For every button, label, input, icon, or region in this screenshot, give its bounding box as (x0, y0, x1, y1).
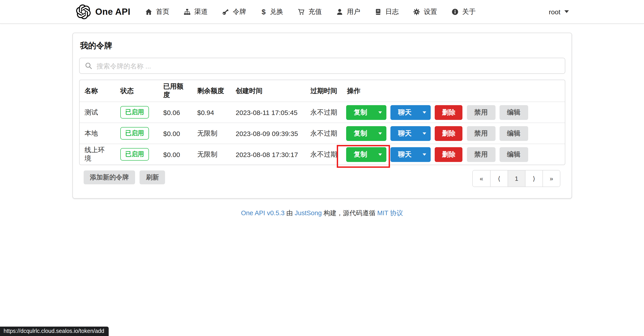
home-icon (146, 8, 152, 15)
nav-item-about[interactable]: 关于 (452, 8, 476, 16)
nav-item-redeem[interactable]: $ 兑换 (261, 8, 283, 16)
edit-button[interactable]: 编辑 (499, 126, 528, 141)
expiry-time: 永不过期 (306, 123, 342, 144)
pagination-first[interactable]: « (473, 170, 490, 187)
license-link[interactable]: MIT 协议 (377, 209, 403, 217)
search-box (79, 58, 565, 74)
nav-item-home[interactable]: 首页 (146, 8, 169, 16)
gear-icon (414, 8, 420, 15)
col-remaining-quota: 剩余额度 (192, 80, 231, 102)
nav-item-channels[interactable]: 渠道 (184, 8, 208, 16)
nav-label: 渠道 (194, 8, 208, 16)
pagination-page-1[interactable]: 1 (508, 170, 525, 187)
info-icon (452, 8, 459, 15)
delete-button[interactable]: 删除 (435, 126, 463, 141)
created-time: 2023-08-11 17:05:45 (231, 102, 306, 123)
nav-label: 关于 (462, 8, 476, 16)
used-quota: $0.00 (158, 144, 192, 165)
col-expiry-time: 过期时间 (306, 80, 342, 102)
sitemap-icon (184, 8, 191, 15)
chat-button[interactable]: 聊天 (390, 147, 431, 162)
chevron-down-icon (422, 111, 426, 113)
edit-button[interactable]: 编辑 (499, 105, 528, 120)
tokens-card: 我的令牌 名称 状态 已用额度 剩余额度 创建时间 过期时间 操作 (72, 33, 572, 199)
remaining-quota: 无限制 (192, 144, 231, 165)
cart-icon (298, 8, 305, 15)
expiry-time: 永不过期 (306, 102, 342, 123)
created-time: 2023-08-08 17:30:17 (231, 144, 306, 165)
chevron-down-icon (422, 132, 426, 134)
user-menu-label: root (549, 8, 560, 16)
delete-button[interactable]: 删除 (435, 105, 463, 120)
search-icon (85, 62, 92, 69)
col-used-quota: 已用额度 (158, 80, 192, 102)
book-icon (375, 8, 382, 15)
chevron-down-icon (378, 153, 382, 155)
col-status: 状态 (116, 80, 158, 102)
used-quota: $0.00 (158, 123, 192, 144)
used-quota: $0.06 (158, 102, 192, 123)
add-token-button[interactable]: 添加新的令牌 (84, 170, 135, 184)
status-badge: 已启用 (120, 127, 149, 140)
pagination: « ⟨ 1 ⟩ » (472, 170, 560, 187)
search-input[interactable] (79, 58, 565, 74)
nav-label: 日志 (385, 8, 399, 16)
remaining-quota: 无限制 (192, 123, 231, 144)
pagination-prev[interactable]: ⟨ (490, 170, 508, 187)
nav-label: 兑换 (270, 8, 283, 16)
nav-label: 首页 (156, 8, 169, 16)
edit-button[interactable]: 编辑 (499, 147, 528, 162)
col-actions: 操作 (342, 80, 565, 102)
nav-label: 充值 (308, 8, 322, 16)
nav-item-topup[interactable]: 充值 (298, 8, 322, 16)
pagination-next[interactable]: ⟩ (525, 170, 542, 187)
user-icon (336, 8, 343, 15)
nav-label: 用户 (347, 8, 360, 16)
status-url-tooltip: https://dcqulrlc.cloud.sealos.io/token/a… (0, 326, 109, 336)
disable-button[interactable]: 禁用 (467, 147, 495, 162)
created-time: 2023-08-09 09:39:35 (231, 123, 306, 144)
card-footer: 添加新的令牌 刷新 « ⟨ 1 ⟩ » (79, 165, 565, 198)
footer-text: 构建，源代码遵循 (322, 209, 377, 217)
page: One API 首页 渠道 令牌 $ 兑换 (0, 0, 644, 336)
disable-button[interactable]: 禁用 (467, 105, 495, 120)
copy-button[interactable]: 复制 (346, 105, 386, 120)
openai-logo-icon (76, 4, 91, 19)
chevron-down-icon (378, 132, 382, 134)
token-name: 测试 (80, 102, 116, 123)
dollar-icon: $ (261, 8, 266, 15)
table-row: 线上环境 已启用 $0.00 无限制 2023-08-08 17:30:17 永… (80, 144, 565, 165)
refresh-button[interactable]: 刷新 (140, 170, 165, 184)
footer-text: 由 (285, 209, 295, 217)
chevron-down-icon (378, 111, 382, 113)
site-footer: One API v0.5.3 由 JustSong 构建，源代码遵循 MIT 协… (0, 209, 644, 217)
chevron-down-icon (564, 10, 569, 13)
token-name: 线上环境 (80, 144, 116, 165)
author-link[interactable]: JustSong (295, 209, 322, 217)
user-menu-root[interactable]: root (549, 8, 569, 16)
copy-button[interactable]: 复制 (346, 147, 386, 162)
nav-item-users[interactable]: 用户 (336, 8, 360, 16)
brand[interactable]: One API (76, 4, 130, 19)
key-icon (222, 8, 229, 15)
pagination-last[interactable]: » (542, 170, 560, 187)
disable-button[interactable]: 禁用 (467, 126, 495, 141)
chat-button[interactable]: 聊天 (390, 126, 431, 141)
nav-label: 设置 (424, 8, 437, 16)
version-link[interactable]: One API v0.5.3 (241, 209, 285, 217)
delete-button[interactable]: 删除 (435, 147, 463, 162)
status-badge: 已启用 (120, 148, 149, 161)
token-name: 本地 (80, 123, 116, 144)
tokens-table: 名称 状态 已用额度 剩余额度 创建时间 过期时间 操作 测试 已启用 $0.0… (79, 80, 565, 165)
copy-button[interactable]: 复制 (346, 126, 386, 141)
status-badge: 已启用 (120, 106, 149, 119)
nav-item-settings[interactable]: 设置 (414, 8, 437, 16)
remaining-quota: $0.94 (192, 102, 231, 123)
chat-button[interactable]: 聊天 (390, 105, 431, 120)
expiry-time: 永不过期 (306, 144, 342, 165)
nav-item-logs[interactable]: 日志 (375, 8, 399, 16)
nav-item-tokens[interactable]: 令牌 (222, 8, 246, 16)
main-menu: 首页 渠道 令牌 $ 兑换 充值 (146, 8, 476, 16)
page-title: 我的令牌 (80, 40, 564, 51)
chevron-down-icon (422, 153, 426, 155)
